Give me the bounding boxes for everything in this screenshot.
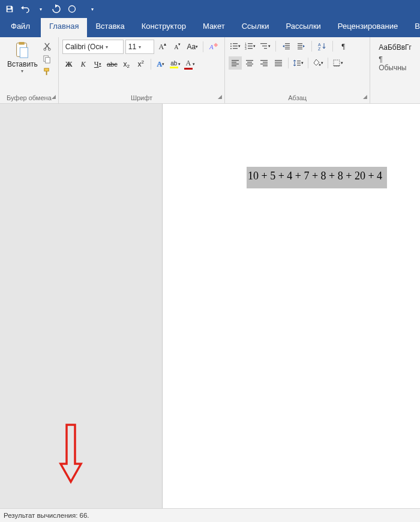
chevron-down-icon[interactable]: ▾	[139, 44, 141, 50]
pilcrow-button[interactable]: ¶	[337, 40, 350, 53]
svg-rect-31	[285, 47, 290, 47]
shrink-font-icon[interactable]: A▾	[171, 40, 184, 53]
svg-rect-25	[248, 48, 253, 49]
circle-icon[interactable]	[67, 4, 77, 14]
svg-rect-35	[298, 47, 302, 47]
underline-button[interactable]: Ч▾	[91, 58, 104, 71]
svg-rect-60	[334, 65, 340, 66]
svg-rect-52	[275, 62, 282, 62]
document-page[interactable]: 10 + 5 + 4 + 7 + 8 + 8 + 20 + 4	[162, 104, 420, 508]
svg-rect-54	[275, 65, 282, 66]
group-clipboard: Вставить ▾ Буфер обмена◢	[0, 37, 59, 103]
paste-label: Вставить	[7, 60, 38, 68]
justify-button[interactable]	[272, 56, 285, 70]
svg-rect-53	[275, 64, 282, 64]
sort-button[interactable]: AZ	[316, 40, 329, 53]
svg-rect-36	[298, 49, 302, 49]
svg-rect-21	[248, 43, 253, 44]
font-name-combo[interactable]: Calibri (Осн▾	[62, 40, 124, 54]
svg-point-18	[230, 48, 232, 49]
status-calc-result: Результат вычисления: 66.	[4, 512, 89, 519]
tab-mailings[interactable]: Рассылки	[277, 18, 329, 37]
svg-text:Z: Z	[318, 47, 321, 50]
save-icon[interactable]	[5, 4, 14, 14]
bold-button[interactable]: Ж	[62, 58, 76, 71]
font-color-button[interactable]: A▾	[183, 58, 196, 71]
svg-rect-9	[46, 58, 50, 63]
svg-rect-1	[8, 10, 12, 12]
svg-rect-42	[232, 65, 236, 66]
tab-review[interactable]: Рецензирование	[329, 18, 406, 37]
font-size-combo[interactable]: 11▾	[125, 40, 154, 54]
svg-rect-39	[232, 60, 239, 61]
svg-rect-27	[262, 46, 267, 46]
redo-icon[interactable]	[52, 4, 61, 14]
text-effects-button[interactable]: A▾	[154, 58, 167, 71]
strike-button[interactable]: abc	[106, 58, 119, 71]
svg-text:A: A	[209, 43, 214, 50]
group-styles: АаБбВвГг ¶ Обычны	[370, 37, 420, 103]
indent-right-button[interactable]	[295, 40, 308, 53]
align-left-button[interactable]	[229, 56, 242, 70]
tab-insert[interactable]: Вставка	[87, 18, 133, 37]
ribbon: Вставить ▾ Буфер обмена◢ Calibri (Осн▾ 1…	[0, 37, 420, 104]
tab-view[interactable]: Вид	[406, 18, 420, 37]
tab-layout[interactable]: Макет	[194, 18, 233, 37]
align-right-button[interactable]	[257, 56, 271, 70]
line-spacing-button[interactable]: ▾	[292, 56, 305, 70]
ribbon-tabs: Файл Главная Вставка Конструктор Макет С…	[0, 18, 420, 37]
shading-button[interactable]: ▾	[311, 56, 325, 70]
svg-point-14	[230, 43, 232, 44]
svg-rect-34	[298, 45, 302, 46]
font-dialog-icon[interactable]: ◢	[218, 94, 222, 100]
status-bar: Результат вычисления: 66.	[0, 508, 420, 522]
borders-button[interactable]: ▾	[331, 56, 344, 70]
change-case-icon[interactable]: Aa▾	[186, 40, 199, 53]
multilevel-button[interactable]: ▾	[259, 40, 272, 53]
group-clipboard-label: Буфер обмена	[7, 94, 52, 101]
style-name: ¶ Обычны	[379, 55, 412, 72]
annotation-arrow-bottom	[53, 422, 89, 488]
clear-format-icon[interactable]: A	[207, 40, 220, 53]
tab-file[interactable]: Файл	[0, 18, 41, 37]
selected-text[interactable]: 10 + 5 + 4 + 7 + 8 + 8 + 20 + 4	[247, 167, 387, 188]
svg-rect-5	[20, 47, 28, 58]
clipboard-dialog-icon[interactable]: ◢	[52, 94, 56, 100]
subscript-button[interactable]: x2	[120, 58, 133, 71]
style-gallery-item[interactable]: АаБбВвГг ¶ Обычны	[374, 40, 416, 72]
cut-icon[interactable]	[43, 42, 52, 51]
copy-icon[interactable]	[43, 55, 52, 64]
bullets-button[interactable]: ▾	[229, 40, 242, 53]
svg-rect-49	[260, 64, 268, 64]
svg-rect-46	[247, 65, 252, 66]
numbering-button[interactable]: 123▾	[244, 40, 257, 53]
svg-rect-0	[8, 7, 11, 9]
quick-access-toolbar: ▾ ▾	[0, 0, 420, 18]
tab-references[interactable]: Ссылки	[233, 18, 278, 37]
paragraph-dialog-icon[interactable]: ◢	[363, 94, 367, 100]
chevron-down-icon[interactable]: ▾	[106, 44, 108, 50]
grow-font-icon[interactable]: A▴	[156, 40, 169, 53]
qat-customize-icon[interactable]: ▾	[88, 4, 97, 14]
group-font: Calibri (Осн▾ 11▾ A▴ A▾ Aa▾ A Ж К Ч▾ abc…	[59, 37, 225, 103]
svg-rect-4	[19, 42, 25, 45]
svg-rect-48	[263, 62, 268, 62]
svg-rect-19	[233, 48, 238, 49]
superscript-button[interactable]: x2	[134, 58, 148, 71]
italic-button[interactable]: К	[77, 58, 90, 71]
svg-rect-29	[285, 43, 290, 44]
undo-more-icon[interactable]: ▾	[36, 4, 46, 14]
align-center-button[interactable]	[243, 56, 256, 70]
svg-rect-26	[260, 43, 267, 44]
svg-text:A: A	[318, 43, 321, 47]
tab-design[interactable]: Конструктор	[133, 18, 194, 37]
highlight-button[interactable]: ab▾	[169, 58, 182, 71]
svg-rect-55	[297, 61, 301, 61]
tab-home[interactable]: Главная	[41, 18, 87, 37]
svg-rect-57	[297, 65, 301, 65]
paste-button[interactable]: Вставить ▾	[4, 40, 43, 74]
format-painter-icon[interactable]	[43, 67, 52, 76]
undo-icon[interactable]	[20, 4, 30, 14]
group-font-label: Шрифт	[131, 94, 152, 101]
indent-left-button[interactable]	[280, 40, 293, 53]
